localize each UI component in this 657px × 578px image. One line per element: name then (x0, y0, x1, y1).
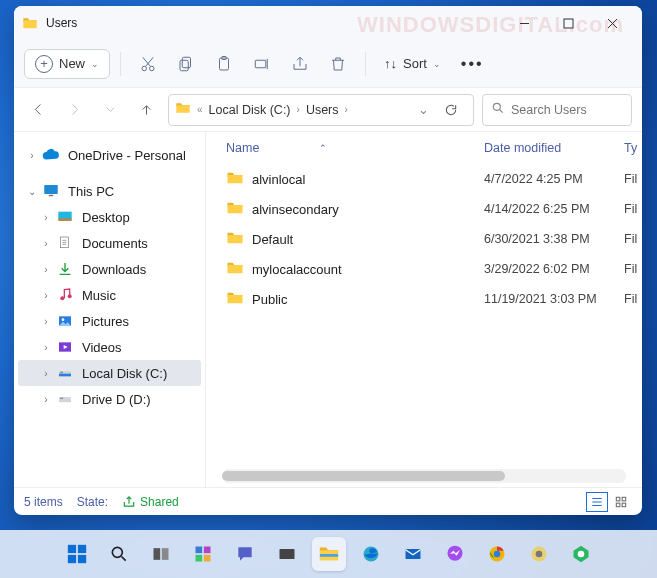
svg-rect-29 (77, 545, 85, 553)
nav-recent-button[interactable] (96, 96, 124, 124)
separator (365, 52, 366, 76)
refresh-button[interactable] (435, 103, 467, 117)
pictures-icon (56, 312, 74, 330)
nav-up-button[interactable] (132, 96, 160, 124)
tree-item-local-disk-c[interactable]: › Local Disk (C:) (18, 360, 201, 386)
edge-button[interactable] (354, 537, 388, 571)
copy-button[interactable] (169, 47, 203, 81)
svg-rect-12 (58, 218, 71, 221)
chevron-right-icon[interactable]: › (40, 342, 52, 353)
svg-rect-24 (616, 497, 620, 501)
svg-rect-37 (195, 555, 202, 562)
chevron-right-icon[interactable]: › (40, 368, 52, 379)
search-button[interactable] (102, 537, 136, 571)
file-explorer-button[interactable] (312, 537, 346, 571)
rename-button[interactable] (245, 47, 279, 81)
details-view-button[interactable] (586, 492, 608, 512)
monitor-icon (42, 182, 60, 200)
svg-rect-27 (622, 503, 626, 507)
chevron-right-icon[interactable]: › (40, 238, 52, 249)
svg-rect-25 (622, 497, 626, 501)
mail-button[interactable] (396, 537, 430, 571)
more-button[interactable]: ••• (453, 55, 492, 73)
table-row[interactable]: Default 6/30/2021 3:38 PM Fil (206, 224, 642, 254)
tree-item-desktop[interactable]: › Desktop (18, 204, 201, 230)
folder-icon (22, 15, 38, 31)
row-type: Fil (624, 292, 642, 306)
documents-icon (56, 234, 74, 252)
close-button[interactable] (590, 8, 634, 38)
tree-item-drive-d[interactable]: › Drive D (D:) (18, 386, 201, 412)
svg-rect-38 (203, 555, 210, 562)
chevron-right-icon[interactable]: › (40, 394, 52, 405)
sort-label: Sort (403, 56, 427, 71)
crumb-segment[interactable]: Local Disk (C:) (209, 103, 291, 117)
table-row[interactable]: alvinlocal 4/7/2022 4:25 PM Fil (206, 164, 642, 194)
icons-view-button[interactable] (610, 492, 632, 512)
search-icon (491, 101, 505, 118)
app-icon[interactable] (270, 537, 304, 571)
sort-button[interactable]: ↑↓ Sort ⌄ (376, 51, 449, 76)
tree-item-downloads[interactable]: › Downloads (18, 256, 201, 282)
paste-button[interactable] (207, 47, 241, 81)
messenger-button[interactable] (438, 537, 472, 571)
horizontal-scrollbar[interactable] (222, 469, 626, 483)
tree-item-pictures[interactable]: › Pictures (18, 308, 201, 334)
address-bar[interactable]: « Local Disk (C:) › Users › ⌄ (168, 94, 474, 126)
new-button[interactable]: + New ⌄ (24, 49, 110, 79)
tree-item-videos[interactable]: › Videos (18, 334, 201, 360)
chevron-right-icon[interactable]: › (40, 290, 52, 301)
start-button[interactable] (60, 537, 94, 571)
svg-rect-26 (616, 503, 620, 507)
column-header-type[interactable]: Ty (624, 141, 642, 155)
widgets-button[interactable] (186, 537, 220, 571)
tree-item-documents[interactable]: › Documents (18, 230, 201, 256)
svg-rect-35 (195, 547, 202, 554)
nav-forward-button[interactable] (60, 96, 88, 124)
row-type: Fil (624, 202, 642, 216)
column-header-name[interactable]: Name ⌃ (226, 141, 484, 155)
table-row[interactable]: Public 11/19/2021 3:03 PM Fil (206, 284, 642, 314)
maximize-button[interactable] (546, 8, 590, 38)
column-header-date[interactable]: Date modified (484, 141, 624, 155)
navigation-pane: › OneDrive - Personal ⌄ This PC › Deskto… (14, 132, 206, 487)
svg-point-47 (535, 551, 542, 558)
crumb-segment[interactable]: Users (306, 103, 339, 117)
table-row[interactable]: alvinsecondary 4/14/2022 6:25 PM Fil (206, 194, 642, 224)
tree-item-thispc[interactable]: ⌄ This PC (18, 178, 201, 204)
table-row[interactable]: mylocalaccount 3/29/2022 6:02 PM Fil (206, 254, 642, 284)
search-input[interactable] (511, 103, 623, 117)
chrome-button[interactable] (480, 537, 514, 571)
share-button[interactable] (283, 47, 317, 81)
videos-icon (56, 338, 74, 356)
downloads-icon (56, 260, 74, 278)
folder-icon (226, 259, 244, 280)
chevron-down-icon[interactable]: ⌄ (418, 102, 429, 117)
chevron-right-icon[interactable]: › (40, 212, 52, 223)
app-icon[interactable] (564, 537, 598, 571)
nav-back-button[interactable] (24, 96, 52, 124)
chevron-right-icon: › (345, 104, 348, 115)
tree-item-onedrive[interactable]: › OneDrive - Personal (18, 142, 201, 168)
chevron-right-icon[interactable]: › (40, 264, 52, 275)
tree-item-music[interactable]: › Music (18, 282, 201, 308)
chat-button[interactable] (228, 537, 262, 571)
chevron-down-icon[interactable]: ⌄ (26, 186, 38, 197)
file-explorer-window: Users + New ⌄ ↑↓ Sort ⌄ ••• (14, 6, 642, 515)
chevron-right-icon[interactable]: › (40, 316, 52, 327)
cut-button[interactable] (131, 47, 165, 81)
svg-point-45 (493, 551, 500, 558)
minimize-button[interactable] (502, 8, 546, 38)
svg-point-49 (577, 551, 584, 558)
row-date: 4/14/2022 6:25 PM (484, 202, 624, 216)
delete-button[interactable] (321, 47, 355, 81)
separator (120, 52, 121, 76)
scrollbar-thumb[interactable] (222, 471, 505, 481)
tree-label: Pictures (82, 314, 129, 329)
row-date: 3/29/2022 6:02 PM (484, 262, 624, 276)
app-icon[interactable] (522, 537, 556, 571)
chevron-right-icon[interactable]: › (26, 150, 38, 161)
search-box[interactable] (482, 94, 632, 126)
folder-icon (226, 229, 244, 250)
task-view-button[interactable] (144, 537, 178, 571)
